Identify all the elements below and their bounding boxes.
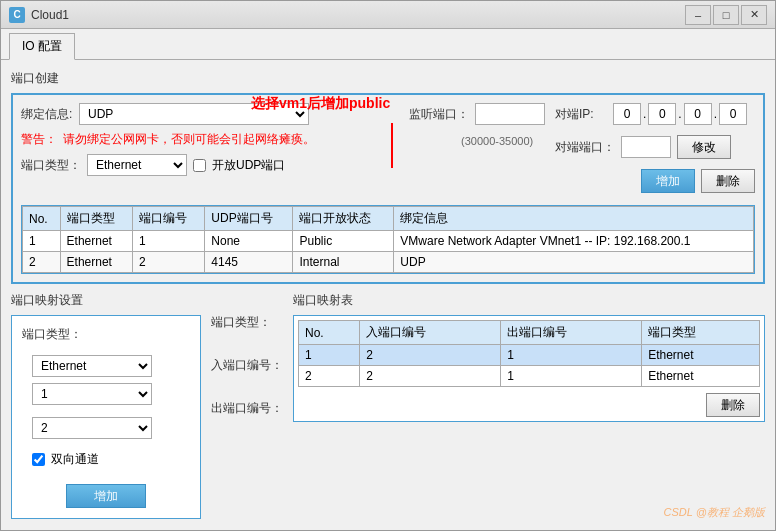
ip-dot-2: . — [678, 107, 681, 121]
modify-button[interactable]: 修改 — [677, 135, 731, 159]
add-port-button[interactable]: 增加 — [641, 169, 695, 193]
in-port-display-label: 入端口编号： — [211, 357, 283, 374]
map-col-in: 入端口编号 — [360, 321, 501, 345]
out-port-select[interactable]: 2 — [32, 417, 152, 439]
listen-port-input[interactable]: 30000 — [475, 103, 545, 125]
ip-field-1[interactable] — [613, 103, 641, 125]
port-mapping-settings-title: 端口映射设置 — [11, 292, 201, 309]
port-mapping-table-title: 端口映射表 — [293, 292, 765, 309]
ip-field-2[interactable] — [648, 103, 676, 125]
minimize-button[interactable]: – — [685, 5, 711, 25]
col-bind: 绑定信息 — [394, 207, 754, 231]
window-title: Cloud1 — [31, 8, 685, 22]
col-num: 端口编号 — [132, 207, 204, 231]
map-col-out: 出端口编号 — [501, 321, 642, 345]
hint-text: (30000-35000) — [461, 135, 533, 147]
ip-dot-1: . — [643, 107, 646, 121]
col-status: 端口开放状态 — [293, 207, 394, 231]
port-creation-title: 端口创建 — [11, 70, 765, 87]
mapping-table-row[interactable]: 121Ethernet — [299, 345, 760, 366]
table-row[interactable]: 1Ethernet1NonePublicVMware Network Adapt… — [23, 231, 754, 252]
table-row[interactable]: 2Ethernet24145InternalUDP — [23, 252, 754, 273]
warning-prefix: 警告： — [21, 131, 57, 148]
mapping-port-type-label: 端口类型： — [22, 326, 82, 343]
port-type-select[interactable]: Ethernet — [87, 154, 187, 176]
port-type-label: 端口类型： — [21, 157, 81, 174]
add-mapping-button[interactable]: 增加 — [66, 484, 146, 508]
udp-port-checkbox[interactable] — [193, 159, 206, 172]
bidirectional-label: 双向通道 — [51, 451, 99, 468]
out-port-display-label: 出端口编号： — [211, 400, 283, 417]
map-col-type: 端口类型 — [642, 321, 760, 345]
map-col-no: No. — [299, 321, 360, 345]
listen-port-label: 监听端口： — [409, 106, 469, 123]
maximize-button[interactable]: □ — [713, 5, 739, 25]
port-table: No. 端口类型 端口编号 UDP端口号 端口开放状态 绑定信息 1Ethern… — [22, 206, 754, 273]
remote-port-input[interactable]: 0 — [621, 136, 671, 158]
col-no: No. — [23, 207, 61, 231]
remote-ip-label: 对端IP: — [555, 106, 607, 123]
app-icon: C — [9, 7, 25, 23]
tab-io-config[interactable]: IO 配置 — [9, 33, 75, 60]
mapping-port-type-display-label: 端口类型： — [211, 314, 283, 331]
watermark: CSDL @教程 企鹅版 — [664, 505, 765, 520]
mapping-table: No. 入端口编号 出端口编号 端口类型 121Ethernet221Ether… — [298, 320, 760, 387]
delete-mapping-button[interactable]: 删除 — [706, 393, 760, 417]
ip-field-3[interactable] — [684, 103, 712, 125]
ip-field-4[interactable] — [719, 103, 747, 125]
warning-text: 请勿绑定公网网卡，否则可能会引起网络瘫痪。 — [63, 131, 315, 148]
bind-label: 绑定信息: — [21, 106, 73, 123]
bidirectional-checkbox[interactable] — [32, 453, 45, 466]
mapping-port-type-select[interactable]: Ethernet — [32, 355, 152, 377]
annotation-text: 选择vm1后增加public — [251, 95, 390, 113]
in-port-select[interactable]: 1 — [32, 383, 152, 405]
annotation-arrow — [391, 123, 393, 168]
remote-port-label: 对端端口： — [555, 139, 615, 156]
col-udp: UDP端口号 — [205, 207, 293, 231]
close-button[interactable]: ✕ — [741, 5, 767, 25]
delete-port-button[interactable]: 删除 — [701, 169, 755, 193]
udp-port-label: 开放UDP端口 — [212, 157, 285, 174]
ip-dot-3: . — [714, 107, 717, 121]
col-type: 端口类型 — [60, 207, 132, 231]
mapping-table-row[interactable]: 221Ethernet — [299, 366, 760, 387]
